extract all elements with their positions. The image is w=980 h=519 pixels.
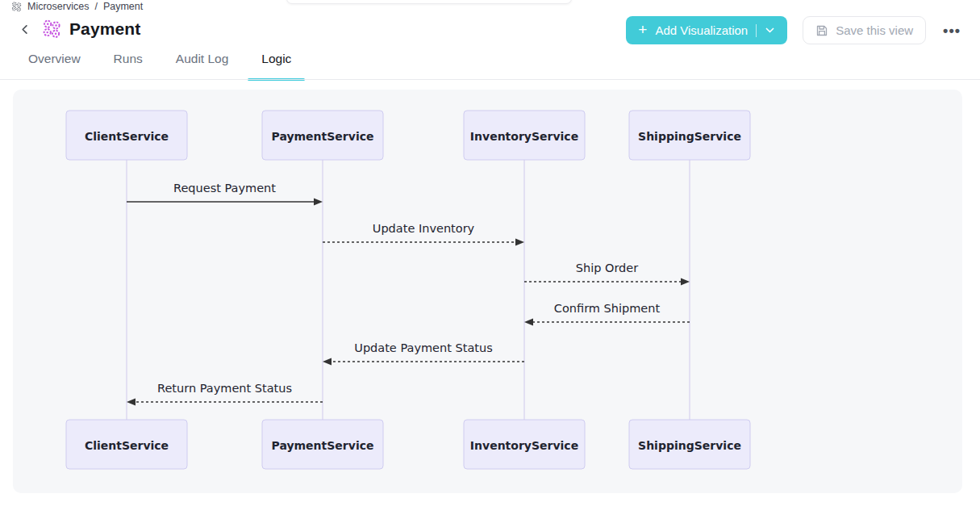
message-label: Return Payment Status bbox=[157, 382, 292, 395]
tab-audit-log[interactable]: Audit Log bbox=[176, 50, 229, 80]
participant-label: ShippingService bbox=[638, 130, 741, 143]
button-divider bbox=[756, 24, 757, 37]
participant-label: ShippingService bbox=[638, 439, 741, 452]
add-visualization-label: Add Visualization bbox=[655, 23, 748, 37]
breadcrumb: Microservices / Payment bbox=[11, 1, 143, 12]
sequence-diagram: ClientServicePaymentServiceInventoryServ… bbox=[13, 90, 962, 493]
participant-label: InventoryService bbox=[470, 439, 578, 452]
message-label: Ship Order bbox=[576, 262, 638, 274]
participant-label: InventoryService bbox=[470, 130, 578, 143]
message-label: Update Inventory bbox=[373, 222, 475, 235]
back-button[interactable] bbox=[16, 18, 34, 40]
plus-icon: + bbox=[638, 22, 647, 37]
message-arrowhead bbox=[314, 199, 323, 206]
breadcrumb-item-payment[interactable]: Payment bbox=[103, 1, 143, 12]
participant-label: PaymentService bbox=[272, 130, 374, 143]
payment-cluster-icon bbox=[42, 19, 61, 39]
message-label: Update Payment Status bbox=[354, 341, 492, 354]
message-arrowhead bbox=[524, 319, 533, 326]
page-header: Payment bbox=[16, 18, 140, 40]
message-arrowhead bbox=[681, 278, 690, 286]
tab-bar: Overview Runs Audit Log Logic bbox=[28, 50, 291, 80]
more-options-button[interactable]: ••• bbox=[941, 20, 962, 41]
participant-label: ClientService bbox=[85, 439, 169, 452]
logic-diagram-panel: ClientServicePaymentServiceInventoryServ… bbox=[13, 90, 962, 493]
add-visualization-button[interactable]: + Add Visualization bbox=[626, 16, 787, 44]
message-label: Request Payment bbox=[173, 182, 276, 195]
message-arrowhead bbox=[323, 358, 332, 366]
tab-overview[interactable]: Overview bbox=[28, 50, 81, 80]
tab-runs[interactable]: Runs bbox=[114, 50, 143, 80]
chevron-left-icon bbox=[19, 23, 31, 36]
breadcrumb-item-microservices[interactable]: Microservices bbox=[27, 1, 89, 12]
header-divider bbox=[0, 79, 980, 80]
save-this-view-label: Save this view bbox=[836, 23, 913, 37]
floating-toolbar-remnant bbox=[286, 0, 572, 4]
message-arrowhead bbox=[515, 239, 524, 246]
breadcrumb-separator: / bbox=[94, 1, 97, 12]
save-this-view-button[interactable]: Save this view bbox=[803, 16, 926, 44]
message-label: Confirm Shipment bbox=[554, 302, 661, 315]
page-title: Payment bbox=[69, 19, 140, 39]
microservices-cluster-icon bbox=[11, 2, 22, 12]
participant-label: PaymentService bbox=[272, 439, 374, 452]
message-arrowhead bbox=[127, 399, 136, 406]
save-icon bbox=[815, 24, 828, 37]
header-actions: + Add Visualization Save this view ••• bbox=[626, 16, 962, 44]
chevron-down-icon[interactable] bbox=[765, 25, 775, 36]
tab-logic[interactable]: Logic bbox=[261, 50, 291, 80]
participant-label: ClientService bbox=[85, 130, 169, 143]
